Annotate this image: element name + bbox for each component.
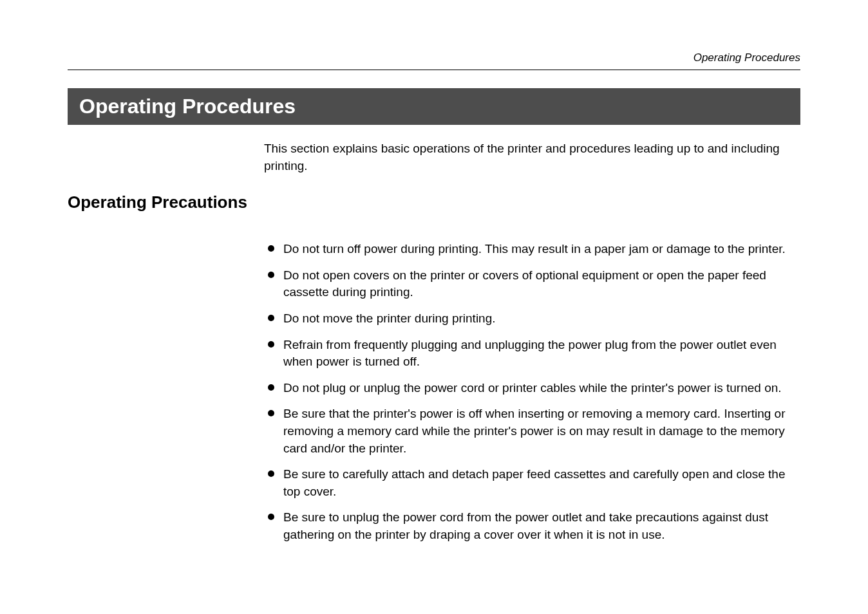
list-item: Refrain from frequently plugging and unp… <box>264 337 800 371</box>
page-title: Operating Procedures <box>68 88 800 125</box>
list-item: Do not move the printer during printing. <box>264 310 800 328</box>
list-item: Do not plug or unplug the power cord or … <box>264 380 800 397</box>
list-item: Do not open covers on the printer or cov… <box>264 267 800 301</box>
precautions-list: Do not turn off power during printing. T… <box>264 241 800 543</box>
intro-paragraph: This section explains basic operations o… <box>264 140 800 174</box>
running-header: Operating Procedures <box>68 51 800 70</box>
list-item: Do not turn off power during printing. T… <box>264 241 800 258</box>
list-item: Be sure that the printer's power is off … <box>264 405 800 457</box>
section-heading: Operating Precautions <box>68 192 800 212</box>
list-item: Be sure to unplug the power cord from th… <box>264 509 800 543</box>
list-item: Be sure to carefully attach and detach p… <box>264 466 800 500</box>
